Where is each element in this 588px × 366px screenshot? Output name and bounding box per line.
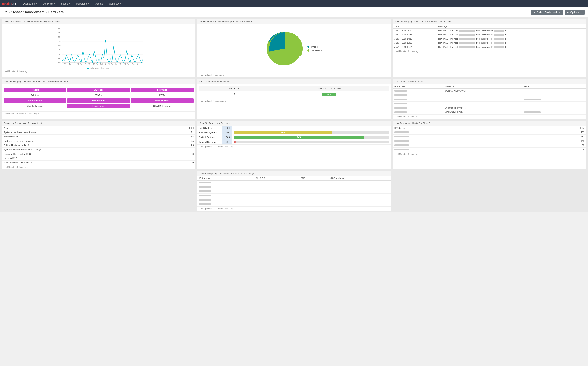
svg-text:Sat 13: Sat 13 xyxy=(85,63,90,65)
network-mapping-mac-body: Time Message Jan 17, 2016 09:40 New_MAC … xyxy=(393,24,586,49)
table-row: Windows Hosts 35 xyxy=(2,135,195,139)
svg-text:12 PM: 12 PM xyxy=(108,63,113,65)
nav-item-workflow[interactable]: Workflow ▼ xyxy=(106,0,124,8)
network-category-button[interactable]: Firewalls xyxy=(131,88,193,92)
options-button[interactable]: ⚙ Options ▼ xyxy=(565,10,585,15)
message-cell: New_MAC - The host from the source IP h xyxy=(436,45,586,49)
dns-cell xyxy=(522,102,586,106)
mobile-summary-footer: Last Updated: 6 hours ago xyxy=(197,73,390,77)
network-category-button[interactable]: Routers xyxy=(3,88,66,92)
chart-legend: Daily_Host_Alert - Count xyxy=(3,67,193,69)
svg-text:2.5: 2.5 xyxy=(58,40,60,42)
logo-tenable: tenable xyxy=(2,2,12,5)
iphone-color-dot xyxy=(307,46,309,48)
chevron-down-icon: ▼ xyxy=(120,3,121,5)
network-category-button[interactable]: Switches xyxy=(67,88,130,92)
scan-sniff-title: Scan Sniff and Log - Coverage xyxy=(197,121,390,126)
bar-cell xyxy=(232,126,390,130)
wireless-access-footer: Last Updated: 2 minutes ago xyxy=(197,99,390,103)
dns-cell xyxy=(299,198,328,202)
chart-label: Daily_Host_Alert - Count xyxy=(90,67,110,69)
network-category-button[interactable]: Mobile Devices xyxy=(3,104,66,108)
value-cell: 798 xyxy=(222,130,232,135)
network-category-button[interactable]: SCADA Systems xyxy=(131,104,193,108)
nav-item-assets[interactable]: Assets xyxy=(92,0,106,8)
nav-item-reporting[interactable]: Reporting ▼ xyxy=(73,0,92,8)
wap-table: WAP Count New WAP Last 7 Days 2 None xyxy=(199,86,389,97)
svg-text:2.0: 2.0 xyxy=(58,44,60,46)
mac-cell xyxy=(328,193,390,198)
label-cell: Sniffed Systems xyxy=(197,135,222,140)
svg-text:Fri 12: Fri 12 xyxy=(69,63,74,65)
netbios-cell: WORKGROUP\WIN-... xyxy=(443,106,522,110)
nav-item-analysis[interactable]: Analysis ▼ xyxy=(41,0,58,8)
gear-icon: ⚙ xyxy=(567,11,569,14)
total-cell: 1 xyxy=(163,156,195,160)
dns-cell xyxy=(522,89,586,93)
table-row: Systems Scanned Within Last 7 Days 4 xyxy=(2,148,195,152)
network-category-button[interactable]: Printers xyxy=(3,93,66,98)
table-row: 98 xyxy=(393,143,586,148)
network-category-button[interactable]: WAPs xyxy=(67,93,130,98)
ip-cell xyxy=(393,143,526,148)
table-row: Scanned Systems 798 63% xyxy=(197,130,390,135)
asset-cell: Scanned Hosts Not in DNS xyxy=(2,152,163,156)
blackberry-color-dot xyxy=(307,49,309,52)
table-row xyxy=(197,181,390,185)
bar-background: 84% xyxy=(234,136,389,139)
daily-host-alerts-title: Daily Host Alerts - Daily Host Alerts Tr… xyxy=(2,19,195,24)
dns-cell xyxy=(299,189,328,193)
svg-text:12 PM: 12 PM xyxy=(77,63,82,65)
total-cell: 3 xyxy=(163,152,195,156)
ip-col-header: IP Address xyxy=(197,176,254,181)
nav-item-scans[interactable]: Scans ▼ xyxy=(58,0,73,8)
logo[interactable]: tenable .sc xyxy=(2,2,16,5)
network-category-button[interactable]: DNS Servers xyxy=(131,98,193,103)
mobile-summary-panel: Mobile Summary - MDM Managed Device Summ… xyxy=(197,19,391,77)
total-cell: 98 xyxy=(526,143,586,148)
network-category-button[interactable]: Hypervisors xyxy=(67,104,130,108)
network-category-button[interactable]: PBXs xyxy=(131,93,193,98)
ip-cell xyxy=(197,202,254,206)
discovery-scan-panel: Discovery Scan - Hosts Per Asset List As… xyxy=(2,121,195,169)
asset-cell: Sniffed Hosts Not in DNS xyxy=(2,143,163,148)
bar-cell: 84% xyxy=(232,135,390,140)
label-cell: Logged Systems xyxy=(197,140,222,145)
ip-cell xyxy=(197,181,254,185)
dns-cell xyxy=(522,93,586,97)
pie-chart-container: iPhone BlackBerry xyxy=(199,26,389,71)
asset-cell: Windows Hosts xyxy=(2,135,163,139)
mac-col-header: MAC Address xyxy=(328,176,390,181)
scan-sniff-panel: Scan Sniff and Log - Coverage Total Syst… xyxy=(197,121,391,169)
svg-text:3.5: 3.5 xyxy=(58,31,60,34)
asset-cell: Systems Scanned Within Last 7 Days xyxy=(2,148,163,152)
svg-text:12 PM: 12 PM xyxy=(93,63,98,65)
dns-cell xyxy=(522,97,586,102)
ip-cell xyxy=(393,110,443,114)
network-category-button[interactable]: Mail Servers xyxy=(67,98,130,103)
network-mapping-breakdown-body: RoutersSwitchesFirewallsPrintersWAPsPBXs… xyxy=(2,84,195,112)
discovery-scan-table: Asset Total Systems that have been Scann… xyxy=(2,126,195,165)
new-wap-header: New WAP Last 7 Days xyxy=(270,86,389,91)
chevron-down-icon: ▼ xyxy=(580,11,582,14)
nav-item-dashboard[interactable]: Dashboard ▼ xyxy=(20,0,41,8)
ip-cell xyxy=(393,148,526,152)
new-devices-footer: Last Updated: 6 hours ago xyxy=(393,114,586,119)
label-cell: Scanned Systems xyxy=(197,130,222,135)
bar-container: 1% xyxy=(234,141,389,144)
switch-dashboard-button[interactable]: ⊞ Switch Dashboard ▼ xyxy=(531,10,563,15)
table-row xyxy=(393,102,586,106)
mac-cell xyxy=(328,189,390,193)
network-buttons-grid: RoutersSwitchesFirewallsPrintersWAPsPBXs… xyxy=(3,88,193,108)
options-label: Options xyxy=(570,11,579,14)
table-row xyxy=(197,185,390,189)
ip-cell xyxy=(197,185,254,189)
total-cell: 25 xyxy=(163,139,195,143)
wireless-access-body: WAP Count New WAP Last 7 Days 2 None xyxy=(197,84,390,99)
chevron-down-icon: ▼ xyxy=(53,3,55,5)
total-col-header: Total xyxy=(526,126,586,130)
network-category-button[interactable]: Web Servers xyxy=(3,98,66,103)
ip-cell xyxy=(393,93,443,97)
table-row: Jan 17, 2016 12:36 New_MAC - The host fr… xyxy=(393,33,586,37)
total-cell: 35 xyxy=(163,135,195,139)
